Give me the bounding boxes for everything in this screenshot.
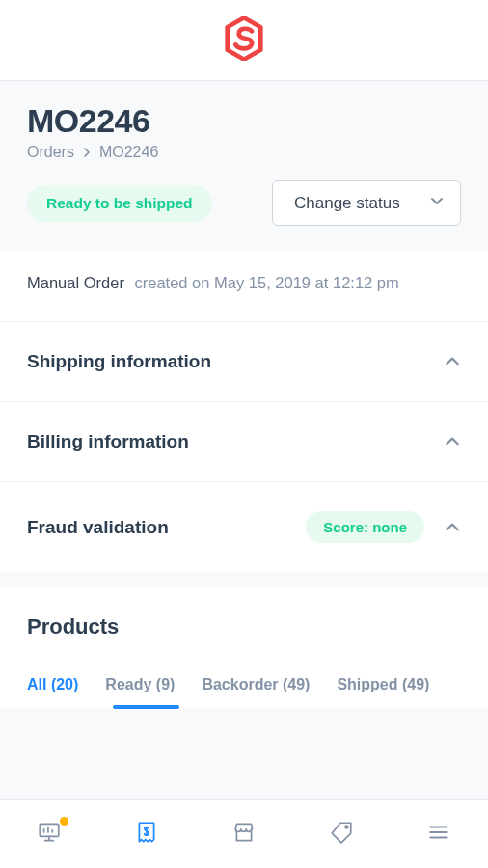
chevron-right-icon [82,148,92,157]
fraud-validation-toggle[interactable]: Fraud validation Score: none [0,482,488,572]
order-created-text: created on May 15, 2019 at 12:12 pm [134,274,398,291]
fraud-score-badge: Score: none [306,511,424,543]
order-type-label: Manual Order [27,274,124,291]
change-status-button[interactable]: Change status [272,180,461,226]
svg-rect-0 [40,824,59,836]
chevron-down-icon [429,193,445,213]
bottom-nav [0,799,488,868]
chevron-up-icon [444,519,461,536]
nav-orders[interactable] [125,813,168,855]
notification-dot-icon [60,817,68,826]
order-meta: Manual Order created on May 15, 2019 at … [0,251,488,322]
billing-info-title: Billing information [27,431,189,452]
chevron-up-icon [444,353,461,370]
order-header: MO2246 Orders MO2246 Ready to be shipped… [0,81,488,251]
tag-icon [329,820,354,849]
products-card: Products All (20) Ready (9) Backorder (4… [0,587,488,707]
order-title: MO2246 [27,102,461,140]
change-status-label: Change status [294,194,400,213]
billing-info-toggle[interactable]: Billing information [0,402,488,481]
tab-backorder[interactable]: Backorder (49) [202,676,310,707]
invoice-dollar-icon [134,820,159,849]
app-logo-icon [225,16,263,65]
tab-shipped[interactable]: Shipped (49) [337,676,429,707]
top-bar [0,0,488,81]
svg-point-1 [345,826,348,828]
products-tabs: All (20) Ready (9) Backorder (49) Shippe… [27,676,461,707]
shipping-info-title: Shipping information [27,351,211,372]
chevron-up-icon [444,433,461,450]
fraud-validation-title: Fraud validation [27,517,169,538]
nav-menu[interactable] [418,813,460,855]
products-title: Products [27,614,461,639]
nav-products[interactable] [223,813,265,855]
breadcrumb-current: MO2246 [99,144,158,161]
status-badge: Ready to be shipped [27,185,212,222]
breadcrumb: Orders MO2246 [27,144,461,161]
shipping-info-toggle[interactable]: Shipping information [0,322,488,401]
hamburger-menu-icon [426,820,451,849]
tab-all[interactable]: All (20) [27,676,78,707]
breadcrumb-root[interactable]: Orders [27,144,74,161]
nav-dashboard[interactable] [28,813,70,855]
nav-discounts[interactable] [320,813,363,855]
presentation-chart-icon [37,820,62,849]
order-details-card: Manual Order created on May 15, 2019 at … [0,251,488,572]
tab-ready[interactable]: Ready (9) [105,676,175,707]
storefront-icon [231,820,257,849]
